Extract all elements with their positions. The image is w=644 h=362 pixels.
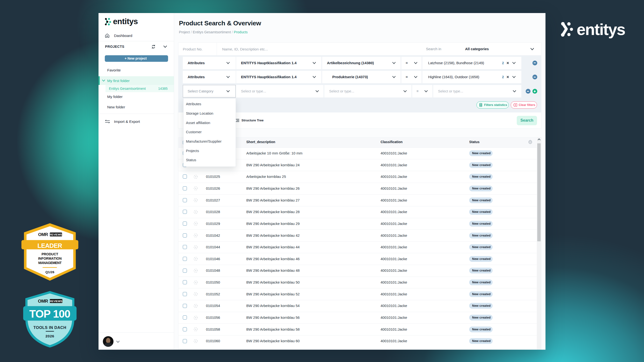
svg-text:REVIEWS: REVIEWS: [50, 300, 62, 303]
svg-text:REVIEWS: REVIEWS: [50, 233, 62, 236]
svg-text:2026: 2026: [46, 334, 54, 338]
svg-text:OMR: OMR: [38, 232, 48, 237]
svg-text:Q1/26: Q1/26: [46, 270, 54, 274]
svg-text:TOOLS IN DACH: TOOLS IN DACH: [33, 325, 66, 330]
svg-text:TOP 100: TOP 100: [29, 308, 70, 320]
svg-text:LEADER: LEADER: [38, 242, 62, 249]
svg-text:INFORMATION: INFORMATION: [38, 257, 62, 260]
svg-text:MANAGEMENT: MANAGEMENT: [38, 261, 62, 265]
svg-text:entitys: entitys: [577, 20, 625, 38]
svg-text:PRODUCT: PRODUCT: [42, 252, 58, 256]
svg-text:OMR: OMR: [38, 299, 48, 304]
